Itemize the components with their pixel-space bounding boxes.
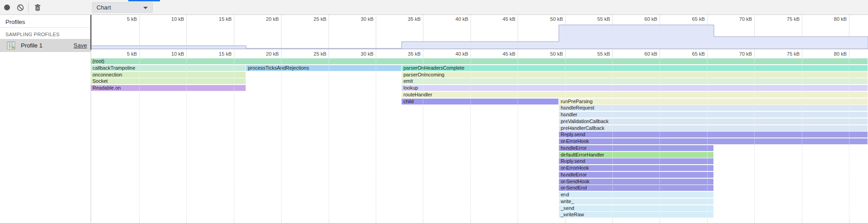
gridline-overlay bbox=[376, 58, 376, 219]
ruler-tick-label: 20 kB bbox=[247, 51, 279, 57]
flame-bar[interactable]: runPreParsing bbox=[559, 99, 868, 104]
flame-bar[interactable]: lookup bbox=[402, 85, 868, 91]
ruler-tick-label: 30 kB bbox=[342, 51, 373, 57]
flame-bar[interactable]: handleError bbox=[559, 172, 713, 178]
ruler-tick-label: 70 kB bbox=[720, 51, 752, 57]
flame-bar[interactable]: _writeRaw bbox=[559, 212, 713, 218]
overview-chart[interactable] bbox=[92, 20, 868, 49]
flame-bar[interactable]: _send bbox=[559, 205, 713, 211]
flame-bar[interactable]: emit bbox=[402, 78, 868, 84]
profile-name: Profile 1 bbox=[21, 42, 43, 49]
ruler-tick-label: 35 kB bbox=[389, 51, 421, 57]
gridline-overlay bbox=[281, 58, 281, 219]
ruler-tick-label: 25 kB bbox=[295, 51, 326, 57]
flame-bar[interactable]: handler bbox=[559, 112, 868, 118]
gridline-overlay bbox=[423, 58, 423, 219]
record-icon bbox=[4, 5, 10, 10]
gridline-overlay bbox=[565, 58, 566, 219]
flame-bar[interactable]: preHandlerCallback bbox=[559, 125, 868, 131]
flame-bar[interactable]: callbackTrampoline bbox=[91, 65, 246, 71]
ruler-tick-label: 75 kB bbox=[768, 51, 800, 57]
delete-profile-button[interactable] bbox=[33, 3, 42, 12]
flame-bar[interactable]: write_ bbox=[559, 199, 713, 204]
flame-bar[interactable]: onErrorHook bbox=[559, 138, 868, 144]
gridline-overlay bbox=[186, 58, 187, 219]
gridline-overlay bbox=[612, 58, 613, 219]
ruler-tick-label: 40 kB bbox=[436, 51, 468, 57]
sidebar-heading: Profiles bbox=[5, 19, 25, 25]
flame-bar[interactable]: onSendEnd bbox=[559, 185, 713, 191]
gridline-overlay bbox=[518, 58, 518, 219]
svg-text:%: % bbox=[12, 46, 15, 49]
gridline-overlay bbox=[754, 58, 755, 219]
view-mode-select[interactable]: Chart bbox=[92, 2, 153, 13]
flame-bar[interactable]: routeHandler bbox=[402, 92, 868, 98]
sidebar-item-profile-1[interactable]: % Profile 1 Save bbox=[0, 39, 91, 52]
clear-all-profiles-button[interactable] bbox=[16, 3, 25, 12]
flame-bar[interactable]: Readable.on bbox=[91, 85, 246, 91]
save-profile-link[interactable]: Save bbox=[73, 42, 87, 49]
gridline-overlay bbox=[849, 58, 849, 219]
selected-tab-indicator bbox=[128, 0, 160, 1]
ruler-tick-label: 15 kB bbox=[200, 51, 232, 57]
ruler-tick-label: 45 kB bbox=[484, 51, 515, 57]
gridline-overlay bbox=[470, 58, 471, 219]
record-button[interactable] bbox=[3, 3, 12, 12]
gridline-overlay bbox=[234, 58, 234, 219]
flame-bar[interactable]: onSendHook bbox=[559, 179, 713, 185]
sidebar-divider bbox=[0, 27, 91, 28]
flame-bar[interactable]: onconnection bbox=[91, 72, 246, 78]
ruler-tick-label: 50 kB bbox=[531, 51, 563, 57]
view-mode-value: Chart bbox=[97, 4, 111, 11]
flame-bar[interactable]: Socket bbox=[91, 78, 246, 84]
flame-bar[interactable]: processTicksAndRejections bbox=[246, 65, 401, 71]
gridline-overlay bbox=[802, 58, 802, 219]
flame-bar[interactable]: Reply.send bbox=[559, 158, 713, 164]
sampling-profile-icon: % bbox=[7, 41, 15, 50]
overview-baseline bbox=[92, 49, 868, 49]
flame-bar[interactable]: (root) bbox=[91, 58, 868, 64]
flame-bar[interactable]: Reply.send bbox=[559, 132, 868, 138]
ruler-tick-label: 55 kB bbox=[578, 51, 610, 57]
toolbar-separator bbox=[28, 3, 29, 12]
gridline-overlay bbox=[659, 58, 660, 219]
flame-bar[interactable]: child bbox=[402, 99, 558, 104]
ruler-tick-label: 60 kB bbox=[626, 51, 657, 57]
trash-icon bbox=[33, 3, 42, 12]
toolbar: Chart bbox=[0, 0, 868, 15]
gridline-overlay bbox=[707, 58, 708, 219]
ruler-tick-label: 10 kB bbox=[152, 51, 184, 57]
gridline-overlay bbox=[139, 58, 140, 219]
ruler-tick-label: 5 kB bbox=[105, 51, 137, 57]
chevron-down-icon bbox=[143, 7, 148, 9]
flame-bar[interactable]: end bbox=[559, 192, 713, 198]
overview-area bbox=[92, 25, 868, 49]
clear-all-icon bbox=[16, 3, 25, 12]
flame-bar[interactable]: handleError bbox=[559, 145, 713, 151]
flame-bar[interactable]: parserOnHeadersComplete bbox=[402, 65, 868, 71]
flame-bar[interactable]: onErrorHook bbox=[559, 165, 713, 171]
memory-profiler-panel: Chart Profiles SAMPLING PROFILES % Profi… bbox=[0, 0, 868, 223]
ruler-tick-label: 65 kB bbox=[673, 51, 705, 57]
flame-chart-pane: 5 kB10 kB15 kB20 kB25 kB30 kB35 kB40 kB4… bbox=[92, 15, 868, 223]
flame-bar[interactable]: preValidationCallback bbox=[559, 119, 868, 124]
gridline-overlay bbox=[329, 58, 329, 219]
sampling-profiles-heading: SAMPLING PROFILES bbox=[5, 32, 59, 37]
flame-bar[interactable]: parserOnIncoming bbox=[402, 72, 868, 78]
flame-bar[interactable]: handleRequest bbox=[559, 105, 868, 111]
ruler-tick-label: 80 kB bbox=[815, 51, 847, 57]
flame-bar[interactable]: defaultErrorHandler bbox=[559, 152, 713, 158]
sidebar: Profiles SAMPLING PROFILES % Profile 1 S… bbox=[0, 15, 91, 223]
